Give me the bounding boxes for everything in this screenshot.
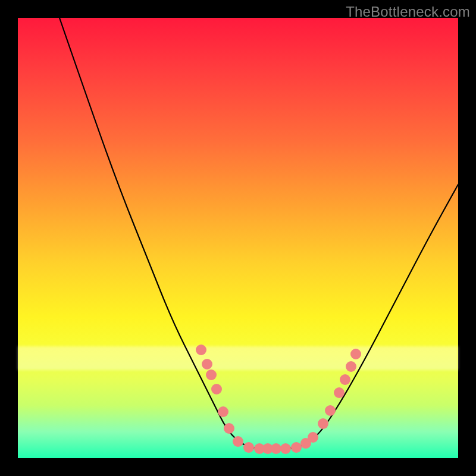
data-dot xyxy=(318,418,328,429)
data-dot xyxy=(346,361,356,372)
data-dot xyxy=(325,405,336,416)
data-dot xyxy=(202,359,212,369)
dot-layer xyxy=(196,345,361,454)
data-dot xyxy=(291,442,302,453)
data-dot xyxy=(271,443,281,454)
curve-svg xyxy=(18,18,458,458)
data-dot xyxy=(211,384,222,394)
data-dot xyxy=(350,349,361,359)
data-dot xyxy=(233,436,243,447)
bottleneck-curve xyxy=(60,18,458,449)
data-dot xyxy=(243,442,254,453)
data-dot xyxy=(308,432,318,443)
plot-area xyxy=(18,18,458,458)
data-dot xyxy=(224,423,234,434)
data-dot xyxy=(334,387,345,398)
chart-frame: TheBottleneck.com xyxy=(0,0,476,476)
data-dot xyxy=(196,345,206,355)
data-dot xyxy=(218,406,228,417)
data-dot xyxy=(280,443,291,454)
data-dot xyxy=(206,369,217,380)
data-dot xyxy=(340,374,350,385)
